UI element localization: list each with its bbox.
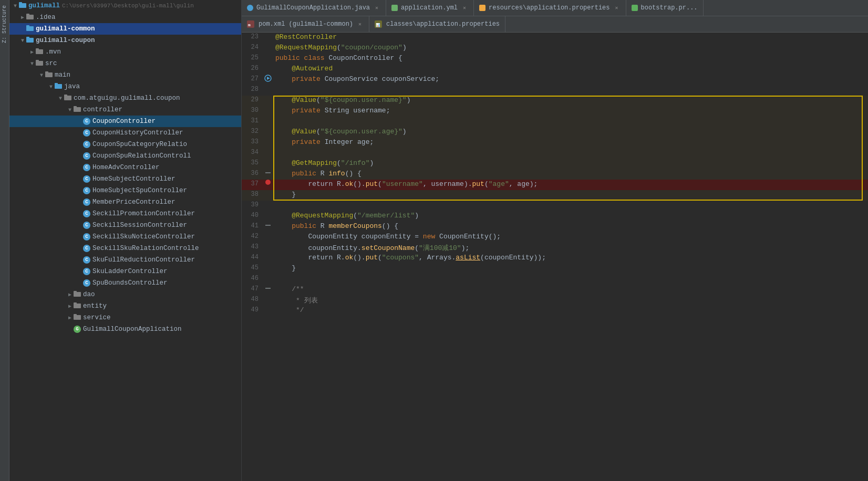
tree-item-CouponSpuRelationControll[interactable]: C CouponSpuRelationControll	[9, 150, 241, 162]
svg-rect-7	[26, 37, 29, 39]
tab-label-pom-xml: pom.xml (gulimall-common)	[259, 20, 353, 28]
tab-close-GulimallCouponApplication[interactable]: ✕	[373, 4, 380, 12]
tree-item-gulimall-common[interactable]: gulimall-common	[9, 23, 241, 35]
folder-icon-java	[55, 82, 62, 91]
gutter-47	[263, 285, 273, 292]
svg-rect-1	[19, 2, 22, 4]
tab-GulimallCouponApplication[interactable]: GulimallCouponApplication.java ✕	[242, 0, 386, 16]
tree-arrow-idea	[19, 14, 26, 20]
structure-tab-label[interactable]: Z: Structure	[1, 2, 8, 46]
tab-icon-GulimallCouponApplication	[247, 5, 253, 11]
fold-icon-41	[264, 222, 272, 229]
tab-pom-xml[interactable]: m pom.xml (gulimall-common) ✕	[242, 16, 369, 32]
tree-item-MemberPriceController[interactable]: C MemberPriceController	[9, 196, 241, 208]
line-content-29: @Value("${coupon.user.name}")	[273, 96, 868, 104]
code-line-43: 43 couponEntity.setCouponName("满100减10")…	[242, 243, 868, 253]
tree-item-service[interactable]: service	[9, 312, 241, 323]
tree-item-SeckillPromotionController[interactable]: C SeckillPromotionController	[9, 208, 241, 219]
tree-item-SeckillSkuNoticeController[interactable]: C SeckillSkuNoticeController	[9, 231, 241, 243]
tab-classes-application-properties[interactable]: 📊 classes\application.properties	[369, 16, 505, 32]
tree-arrow-src	[28, 61, 36, 67]
tree-item-dao[interactable]: dao	[9, 289, 241, 300]
line-content-42: CouponEntity couponEntity = new CouponEn…	[273, 232, 868, 241]
line-content-39	[273, 201, 868, 210]
tree-item-gulimall-root[interactable]: gulimall C:\Users\93997\Desktop\guli-mal…	[9, 0, 241, 12]
tab-label-application-yml: application.yml	[401, 4, 458, 12]
tree-arrow-service	[66, 315, 74, 321]
code-line-29: 29 @Value("${coupon.user.name}")	[242, 96, 868, 106]
file-icon-CouponSpuCategoryRelatio: C	[83, 141, 90, 148]
editor-content[interactable]: 23 @RestController 24 @RequestMapping("c…	[242, 33, 868, 481]
line-content-33: private Integer age;	[273, 138, 868, 147]
gutter-36	[263, 169, 273, 176]
gutter-37	[263, 180, 273, 185]
code-line-40: 40 @RequestMapping("/member/list")	[242, 211, 868, 222]
code-line-28: 28	[242, 85, 868, 96]
line-num-41: 41	[242, 222, 263, 229]
tab-icon-pom-xml: m	[247, 20, 254, 28]
tree-label-SkuFullReductionController: SkuFullReductionController	[92, 256, 195, 264]
tab-application-yml[interactable]: application.yml ✕	[386, 0, 474, 16]
line-content-28	[273, 85, 868, 94]
tab-close-application-yml[interactable]: ✕	[461, 4, 468, 12]
code-line-41: 41 public R memberCoupons() {	[242, 222, 868, 232]
tree-item-gulimall-coupon[interactable]: gulimall-coupon	[9, 35, 241, 46]
code-line-31: 31	[242, 117, 868, 127]
tree-item-SpuBoundsController[interactable]: C SpuBoundsController	[9, 277, 241, 289]
folder-icon-gulimall	[19, 2, 26, 10]
tree-label-CouponHistoryController: CouponHistoryController	[92, 129, 183, 137]
file-icon-HomeSubjectController: C	[83, 175, 90, 183]
tab-close-resources-application-properties[interactable]: ✕	[613, 4, 621, 12]
folder-icon-src	[36, 59, 43, 68]
tab-resources-application-properties[interactable]: resources\application.properties ✕	[474, 0, 626, 16]
tree-item-idea[interactable]: .idea	[9, 12, 241, 23]
svg-rect-33	[265, 225, 271, 226]
line-num-31: 31	[242, 117, 263, 124]
folder-icon-com-package	[64, 94, 71, 102]
code-line-47: 47 /**	[242, 285, 868, 295]
tree-item-main[interactable]: main	[9, 69, 241, 81]
line-content-37: return R.ok().put("username", username).…	[273, 180, 868, 189]
code-line-30: 30 private String username;	[242, 106, 868, 117]
tree-item-SkuLadderController[interactable]: C SkuLadderController	[9, 266, 241, 277]
tree-label-idea: .idea	[36, 14, 56, 21]
tree-item-entity[interactable]: entity	[9, 300, 241, 312]
code-line-27: 27 private CouponService couponService;	[242, 75, 868, 85]
tree-item-java[interactable]: java	[9, 81, 241, 92]
line-num-36: 36	[242, 169, 263, 177]
tab-close-pom-xml[interactable]: ✕	[356, 20, 364, 28]
tree-label-HomeSubjectSpuController: HomeSubjectSpuController	[92, 187, 187, 194]
tree-label-dao: dao	[83, 291, 95, 298]
tab-icon-bootstrap-properties	[632, 5, 638, 11]
tree-arrow-java	[47, 84, 55, 90]
tree-item-com-package[interactable]: com.atguigu.gulimall.coupon	[9, 92, 241, 104]
tree-item-SkuFullReductionController[interactable]: C SkuFullReductionController	[9, 254, 241, 266]
main-editor-area: GulimallCouponApplication.java ✕ applica…	[242, 0, 868, 481]
line-num-45: 45	[242, 264, 263, 271]
tree-item-controller[interactable]: controller	[9, 104, 241, 116]
tree-item-HomeSubjectSpuController[interactable]: C HomeSubjectSpuController	[9, 185, 241, 196]
tree-item-mvn[interactable]: .mvn	[9, 46, 241, 58]
tree-item-HomeAdvController[interactable]: C HomeAdvController	[9, 162, 241, 173]
tree-label-entity: entity	[83, 302, 107, 310]
tree-arrow-controller	[66, 107, 74, 113]
tree-label-mvn: .mvn	[45, 48, 61, 56]
code-line-38: 38 }	[242, 190, 868, 201]
tree-item-src[interactable]: src	[9, 58, 241, 69]
code-block: 23 @RestController 24 @RequestMapping("c…	[242, 33, 868, 327]
tree-label-gulimall-common: gulimall-common	[36, 25, 95, 33]
tree-item-HomeSubjectController[interactable]: C HomeSubjectController	[9, 173, 241, 185]
tree-item-SeckillSkuRelationControlle[interactable]: C SeckillSkuRelationControlle	[9, 243, 241, 254]
line-content-41: public R memberCoupons() {	[273, 222, 868, 231]
tree-item-SeckillSessionController[interactable]: C SeckillSessionController	[9, 219, 241, 231]
code-line-37: 37 return R.ok().put("username", usernam…	[242, 180, 868, 190]
tree-item-CouponSpuCategoryRelatio[interactable]: C CouponSpuCategoryRelatio	[9, 139, 241, 150]
tree-item-CouponHistoryController[interactable]: C CouponHistoryController	[9, 127, 241, 139]
tree-item-GulimallCouponApplication[interactable]: G GulimallCouponApplication	[9, 323, 241, 335]
folder-icon-idea	[26, 13, 34, 22]
svg-rect-17	[64, 95, 67, 97]
line-content-44: return R.ok().put("coupons", Arrays.asLi…	[273, 253, 868, 262]
line-content-46	[273, 274, 868, 283]
tab-bootstrap-properties[interactable]: bootstrap.pr...	[626, 0, 704, 16]
tree-item-CouponController[interactable]: C CouponController	[9, 116, 241, 127]
